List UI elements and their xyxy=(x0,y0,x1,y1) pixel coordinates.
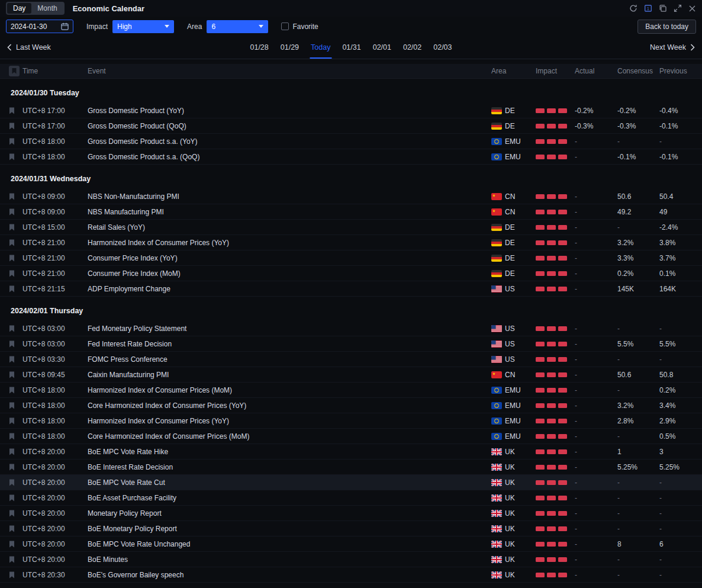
event-row[interactable]: UTC+8 20:00Monetary Policy ReportUK--- xyxy=(0,506,702,521)
event-row[interactable]: UTC+8 20:00BoE MPC Vote Rate CutUK--- xyxy=(0,475,702,490)
day-tab-01-31[interactable]: 01/31 xyxy=(339,36,364,59)
last-week-button[interactable]: Last Week xyxy=(7,43,51,52)
bookmark-icon[interactable] xyxy=(9,208,15,216)
event-row[interactable]: UTC+8 09:00NBS Non-Manufacturing PMICN-5… xyxy=(0,189,702,204)
event-row[interactable]: UTC+8 20:30BoE's Governor Bailey speechU… xyxy=(0,567,702,583)
bookmark-icon[interactable] xyxy=(9,510,15,517)
impact-select[interactable]: High xyxy=(112,20,174,33)
col-event: Event xyxy=(88,67,491,75)
event-row[interactable]: UTC+8 18:00Core Harmonized Index of Cons… xyxy=(0,429,702,444)
event-row[interactable]: UTC+8 15:00Retail Sales (YoY)DE---2.4% xyxy=(0,220,702,235)
bookmark-icon[interactable] xyxy=(9,387,15,394)
close-icon[interactable] xyxy=(688,5,696,12)
favorite-checkbox[interactable]: Favorite xyxy=(281,23,318,31)
panel-one-icon[interactable]: 1 xyxy=(644,4,652,12)
month-toggle-button[interactable]: Month xyxy=(31,3,63,14)
event-row[interactable]: UTC+8 21:15ADP Employment ChangeUS-145K1… xyxy=(0,281,702,297)
fullscreen-icon[interactable] xyxy=(674,4,682,12)
day-tab-02-02[interactable]: 02/02 xyxy=(400,36,425,59)
bookmark-icon[interactable] xyxy=(9,123,15,130)
day-tab-02-01[interactable]: 02/01 xyxy=(369,36,395,59)
next-week-button[interactable]: Next Week xyxy=(650,43,695,52)
bookmark-icon[interactable] xyxy=(9,107,15,114)
day-tab-01-29[interactable]: 01/29 xyxy=(277,36,302,59)
previous-value: 5.5% xyxy=(659,340,702,348)
col-area: Area xyxy=(491,67,536,75)
back-to-today-button[interactable]: Back to today xyxy=(637,20,696,34)
event-row[interactable]: UTC+8 21:00Consumer Price Index (MoM)DE-… xyxy=(0,266,702,281)
day-toggle-button[interactable]: Day xyxy=(7,3,31,14)
checkbox-box[interactable] xyxy=(281,23,289,30)
event-row[interactable]: UTC+8 17:00Gross Domestic Product (YoY)D… xyxy=(0,103,702,118)
bookmark-icon[interactable] xyxy=(9,325,15,332)
bookmark-icon[interactable] xyxy=(9,371,15,378)
event-row[interactable]: UTC+8 03:00Fed Interest Rate DecisionUS-… xyxy=(0,336,702,352)
bookmark-icon[interactable] xyxy=(9,255,15,262)
event-area: UK xyxy=(491,448,536,456)
event-row[interactable]: UTC+8 18:00Gross Domestic Product s.a. (… xyxy=(0,149,702,165)
bookmark-icon[interactable] xyxy=(9,402,15,409)
event-name: Harmonized Index of Consumer Prices (MoM… xyxy=(88,386,491,394)
event-row[interactable]: UTC+8 18:00Harmonized Index of Consumer … xyxy=(0,383,702,398)
bookmark-icon[interactable] xyxy=(9,138,15,145)
bookmark-icon[interactable] xyxy=(9,193,15,200)
day-tab-02-03[interactable]: 02/03 xyxy=(430,36,455,59)
bookmark-icon[interactable] xyxy=(9,541,15,548)
event-row[interactable]: UTC+8 18:00Harmonized Index of Consumer … xyxy=(0,413,702,429)
event-name: Fed Interest Rate Decision xyxy=(88,340,491,348)
event-time: UTC+8 03:00 xyxy=(22,340,88,348)
bookmark-all-icon[interactable] xyxy=(9,66,20,76)
event-row[interactable]: UTC+8 20:00BoE Monetary Policy ReportUK-… xyxy=(0,521,702,536)
table-header-row: Time Event Area Impact Actual Consensus … xyxy=(0,64,702,79)
event-area: DE xyxy=(491,269,536,278)
bookmark-icon[interactable] xyxy=(9,494,15,502)
area-select[interactable]: 6 xyxy=(207,20,268,33)
bookmark-icon[interactable] xyxy=(9,239,15,246)
bookmark-icon[interactable] xyxy=(9,433,15,440)
actual-value: -0.3% xyxy=(575,122,617,130)
titlebar: Day Month Economic Calendar 1 xyxy=(0,0,702,17)
consensus-value: 5.5% xyxy=(617,340,659,348)
area-code: CN xyxy=(505,192,515,201)
area-code: CN xyxy=(505,208,515,216)
bookmark-icon[interactable] xyxy=(9,356,15,363)
event-row[interactable]: UTC+8 09:00NBS Manufacturing PMICN-49.24… xyxy=(0,204,702,220)
event-row[interactable]: UTC+8 18:00Core Harmonized Index of Cons… xyxy=(0,398,702,413)
bookmark-icon[interactable] xyxy=(9,340,15,348)
consensus-value: - xyxy=(617,571,659,579)
event-row[interactable]: UTC+8 20:00BoE Interest Rate DecisionUK-… xyxy=(0,460,702,475)
date-input[interactable]: 2024-01-30 xyxy=(6,20,73,33)
actual-value: - xyxy=(575,208,617,216)
popout-icon[interactable] xyxy=(659,4,667,12)
event-row[interactable]: UTC+8 03:30FOMC Press ConferenceUS--- xyxy=(0,352,702,367)
event-row[interactable]: UTC+8 21:00Harmonized Index of Consumer … xyxy=(0,235,702,250)
event-row[interactable]: UTC+8 20:00BoE Asset Purchase FacilityUK… xyxy=(0,490,702,506)
bookmark-icon[interactable] xyxy=(9,571,15,579)
area-select-value: 6 xyxy=(211,23,215,31)
bookmark-icon[interactable] xyxy=(9,153,15,160)
event-row[interactable]: UTC+8 17:00Gross Domestic Product (QoQ)D… xyxy=(0,118,702,134)
event-row[interactable]: UTC+8 21:00Consumer Price Index (YoY)DE-… xyxy=(0,250,702,266)
area-code: DE xyxy=(505,122,515,130)
day-tab-01-28[interactable]: 01/28 xyxy=(246,36,272,59)
event-row[interactable]: UTC+8 09:45Caixin Manufacturing PMICN-50… xyxy=(0,367,702,383)
bookmark-icon[interactable] xyxy=(9,464,15,471)
area-code: UK xyxy=(505,571,515,579)
event-row[interactable]: UTC+8 20:00BoE MPC Vote Rate UnchangedUK… xyxy=(0,536,702,552)
bookmark-icon[interactable] xyxy=(9,270,15,277)
consensus-value: -0.2% xyxy=(617,107,659,115)
event-row[interactable]: UTC+8 20:00BoE MPC Vote Rate HikeUK-13 xyxy=(0,444,702,460)
bookmark-icon[interactable] xyxy=(9,479,15,486)
event-row[interactable]: UTC+8 18:00Gross Domestic Product s.a. (… xyxy=(0,134,702,149)
bookmark-icon[interactable] xyxy=(9,417,15,425)
bookmark-icon[interactable] xyxy=(9,448,15,455)
event-row[interactable]: UTC+8 20:00BoE MinutesUK--- xyxy=(0,552,702,567)
bookmark-icon[interactable] xyxy=(9,556,15,563)
day-tab-today[interactable]: Today xyxy=(307,36,334,59)
event-time: UTC+8 20:00 xyxy=(22,555,88,564)
bookmark-icon[interactable] xyxy=(9,285,15,293)
event-row[interactable]: UTC+8 03:00Fed Monetary Policy Statement… xyxy=(0,321,702,336)
refresh-icon[interactable] xyxy=(629,4,637,12)
bookmark-icon[interactable] xyxy=(9,525,15,532)
bookmark-icon[interactable] xyxy=(9,224,15,231)
